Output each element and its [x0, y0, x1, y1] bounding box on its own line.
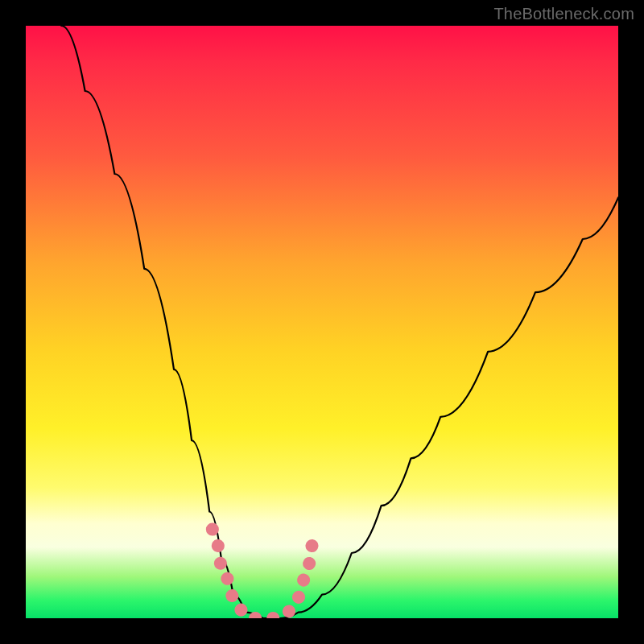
plot-area: [26, 26, 618, 618]
chart-svg: [26, 26, 618, 618]
watermark-text: TheBottleneck.com: [493, 5, 634, 23]
bottleneck-curve: [61, 26, 618, 618]
series-container: [61, 26, 618, 618]
chart-frame: TheBottleneck.com: [0, 0, 644, 644]
optimal-zone-marker: [213, 530, 313, 618]
